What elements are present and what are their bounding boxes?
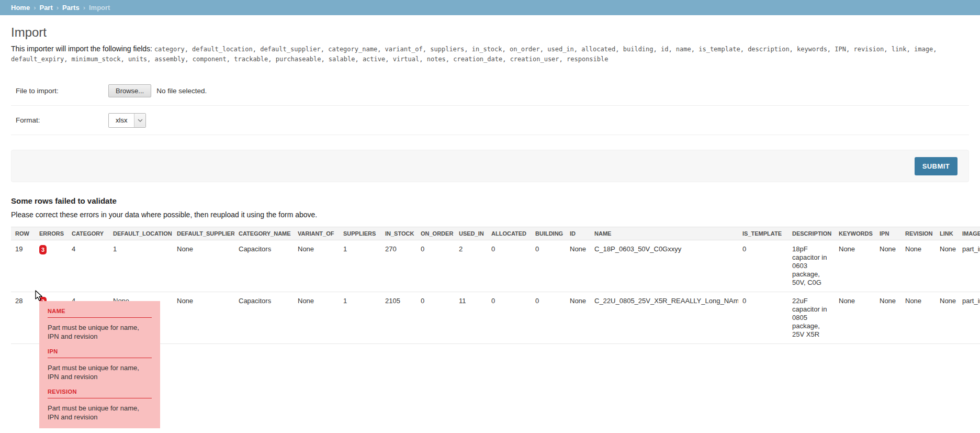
cell-keywords: None bbox=[835, 292, 875, 344]
cell-image: part_im bbox=[958, 292, 980, 344]
breadcrumb-link-part[interactable]: Part bbox=[39, 4, 52, 12]
tooltip-section-revision: REVISION Part must be unique for name, I… bbox=[48, 388, 152, 421]
file-import-row: File to import: Browse... No file select… bbox=[11, 76, 969, 106]
cell-building: 0 bbox=[531, 240, 566, 292]
validation-message: Please correct these errors in your data… bbox=[11, 210, 969, 219]
page-title: Import bbox=[11, 25, 969, 40]
cell-image: part_im bbox=[958, 240, 980, 292]
cell-ipn: None bbox=[875, 292, 901, 344]
column-header-category: CATEGORY bbox=[67, 227, 109, 240]
column-header-on_order: ON_ORDER bbox=[416, 227, 455, 240]
column-header-default_supplier: DEFAULT_SUPPLIER bbox=[173, 227, 234, 240]
format-label: Format: bbox=[16, 116, 108, 124]
cell-suppliers: 1 bbox=[339, 292, 381, 344]
cell-name: C_22U_0805_25V_X5R_REAALLY_Long_NAme bbox=[590, 292, 738, 344]
mouse-cursor-icon bbox=[35, 290, 43, 302]
cell-keywords: None bbox=[835, 240, 875, 292]
cell-ipn: None bbox=[875, 240, 901, 292]
error-tooltip: NAME Part must be unique for name, IPN a… bbox=[39, 301, 160, 428]
tooltip-message-ipn: Part must be unique for name, IPN and re… bbox=[48, 363, 152, 381]
column-header-building: BUILDING bbox=[531, 227, 566, 240]
tooltip-field-ipn: IPN bbox=[48, 348, 152, 354]
submit-button[interactable]: SUBMIT bbox=[915, 157, 958, 175]
column-header-description: DESCRIPTION bbox=[788, 227, 835, 240]
cell-revision: None bbox=[901, 292, 936, 344]
tooltip-section-name: NAME Part must be unique for name, IPN a… bbox=[48, 308, 152, 341]
cell-variant_of: None bbox=[294, 292, 339, 344]
cell-in_stock: 2105 bbox=[381, 292, 416, 344]
column-header-variant_of: VARIANT_OF bbox=[294, 227, 339, 240]
form-actions-panel: SUBMIT bbox=[11, 150, 969, 182]
column-header-name: NAME bbox=[590, 227, 738, 240]
tooltip-message-revision: Part must be unique for name, IPN and re… bbox=[48, 404, 152, 421]
cell-allocated: 0 bbox=[487, 292, 531, 344]
importer-intro-text: This importer will import the following … bbox=[11, 45, 152, 53]
breadcrumb-link-parts[interactable]: Parts bbox=[62, 4, 80, 12]
validation-heading: Some rows failed to validate bbox=[11, 196, 969, 205]
cell-category_name: Capacitors bbox=[234, 292, 294, 344]
cell-on_order: 0 bbox=[416, 292, 455, 344]
column-header-image: IMAGE bbox=[958, 227, 980, 240]
column-header-ipn: IPN bbox=[875, 227, 901, 240]
cell-used_in: 11 bbox=[455, 292, 487, 344]
column-header-id: ID bbox=[566, 227, 590, 240]
tooltip-section-ipn: IPN Part must be unique for name, IPN an… bbox=[48, 348, 152, 381]
cell-category: 4 bbox=[67, 240, 109, 292]
format-select-value: xlsx bbox=[109, 114, 134, 127]
cell-used_in: 2 bbox=[455, 240, 487, 292]
column-header-revision: REVISION bbox=[901, 227, 936, 240]
cell-building: 0 bbox=[531, 292, 566, 344]
chevron-down-icon bbox=[134, 114, 145, 127]
column-header-allocated: ALLOCATED bbox=[487, 227, 531, 240]
breadcrumb-separator: › bbox=[57, 4, 59, 12]
column-header-category_name: CATEGORY_NAME bbox=[234, 227, 294, 240]
cell-allocated: 0 bbox=[487, 240, 531, 292]
cell-description: 18pF capacitor in 0603 package, 50V, C0G bbox=[788, 240, 835, 292]
format-select[interactable]: xlsx bbox=[108, 113, 146, 128]
column-header-link: LINK bbox=[936, 227, 958, 240]
cell-is_template: 0 bbox=[738, 240, 788, 292]
cell-name: C_18P_0603_50V_C0Gxxyy bbox=[590, 240, 738, 292]
tooltip-message-name: Part must be unique for name, IPN and re… bbox=[48, 323, 152, 341]
cell-in_stock: 270 bbox=[381, 240, 416, 292]
tooltip-divider bbox=[48, 358, 152, 358]
breadcrumb-separator: › bbox=[33, 4, 36, 12]
cell-description: 22uF capacitor in 0805 package, 25V X5R bbox=[788, 292, 835, 344]
cell-on_order: 0 bbox=[416, 240, 455, 292]
cell-default_supplier: None bbox=[173, 240, 234, 292]
cell-id: None bbox=[566, 292, 590, 344]
table-header: ROWERRORSCATEGORYDEFAULT_LOCATIONDEFAULT… bbox=[11, 227, 980, 240]
cell-link: None bbox=[936, 292, 958, 344]
breadcrumb-link-home[interactable]: Home bbox=[11, 4, 30, 12]
format-row: Format: xlsx bbox=[11, 106, 969, 135]
cell-variant_of: None bbox=[294, 240, 339, 292]
cell-row: 28 bbox=[11, 292, 35, 344]
cell-errors: 3 bbox=[35, 240, 67, 292]
browse-button[interactable]: Browse... bbox=[108, 84, 151, 97]
tooltip-divider bbox=[48, 317, 152, 318]
cell-row: 19 bbox=[11, 240, 35, 292]
cell-category_name: Capacitors bbox=[234, 240, 294, 292]
column-header-in_stock: IN_STOCK bbox=[381, 227, 416, 240]
cell-default_supplier: None bbox=[173, 292, 234, 344]
error-count-badge[interactable]: 3 bbox=[39, 245, 47, 254]
column-header-default_location: DEFAULT_LOCATION bbox=[109, 227, 173, 240]
cell-link: None bbox=[936, 240, 958, 292]
cell-suppliers: 1 bbox=[339, 240, 381, 292]
column-header-suppliers: SUPPLIERS bbox=[339, 227, 381, 240]
breadcrumb-current: Import bbox=[89, 4, 110, 12]
column-header-is_template: IS_TEMPLATE bbox=[738, 227, 788, 240]
column-header-used_in: USED_IN bbox=[455, 227, 487, 240]
breadcrumb-separator: › bbox=[83, 4, 85, 12]
table-row: 19341NoneCapacitorsNone12700200NoneC_18P… bbox=[11, 240, 980, 292]
importer-fields-paragraph: This importer will import the following … bbox=[11, 44, 969, 64]
column-header-row: ROW bbox=[11, 227, 35, 240]
column-header-errors: ERRORS bbox=[35, 227, 67, 240]
tooltip-field-revision: REVISION bbox=[48, 388, 152, 395]
file-status-text: No file selected. bbox=[156, 87, 207, 95]
breadcrumb: Home › Part › Parts › Import bbox=[0, 0, 980, 15]
cell-id: None bbox=[566, 240, 590, 292]
file-import-label: File to import: bbox=[16, 87, 108, 95]
column-header-keywords: KEYWORDS bbox=[835, 227, 875, 240]
tooltip-divider bbox=[48, 398, 152, 398]
